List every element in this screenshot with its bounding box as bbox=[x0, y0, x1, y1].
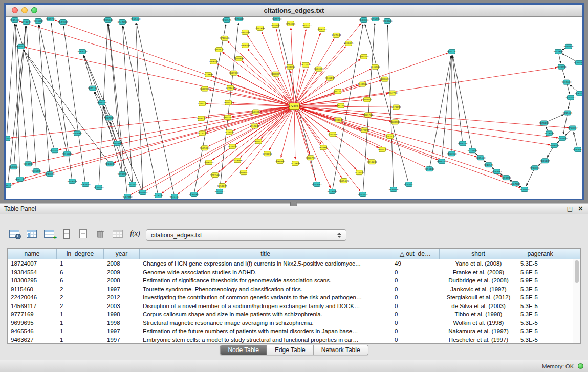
column-header-title[interactable]: title bbox=[140, 249, 391, 259]
network-node[interactable]: 9087359 bbox=[104, 116, 114, 120]
network-node[interactable]: 9547804 bbox=[58, 19, 68, 24]
network-node[interactable]: 9311683 bbox=[312, 182, 322, 187]
network-node[interactable]: 9527804 bbox=[9, 165, 19, 169]
float-panel-icon[interactable]: ◳ bbox=[567, 205, 573, 213]
network-node[interactable]: 1967788 bbox=[388, 91, 398, 95]
table-row[interactable]: 1872400712008Changes of HCN gene express… bbox=[8, 259, 580, 268]
network-node[interactable]: 1916233 bbox=[317, 27, 327, 31]
network-node[interactable]: 1681900 bbox=[229, 71, 239, 75]
network-node[interactable]: 9703026 bbox=[383, 18, 393, 23]
column-header-out_de[interactable]: △out_de… bbox=[391, 249, 440, 259]
column-header-pagerank[interactable]: pagerank bbox=[517, 249, 563, 259]
network-node[interactable]: 9499794 bbox=[6, 183, 13, 188]
network-node[interactable]: 1914233 bbox=[198, 131, 207, 136]
network-node[interactable]: 9263571 bbox=[222, 17, 232, 22]
network-node[interactable]: 9635916 bbox=[389, 187, 399, 192]
table-row[interactable]: 946554611997Estimation of the future num… bbox=[8, 327, 580, 336]
window-close-button[interactable] bbox=[12, 7, 18, 13]
network-node[interactable]: 1526344 bbox=[225, 130, 234, 135]
network-node[interactable]: 1801122 bbox=[254, 139, 264, 144]
table-row[interactable]: 2242004622012Investigating the contribut… bbox=[8, 293, 580, 302]
network-node[interactable]: 1913233 bbox=[367, 160, 377, 164]
network-node[interactable]: 9351682 bbox=[492, 169, 502, 174]
network-node[interactable]: 1633445 bbox=[334, 118, 343, 122]
split-drag-handle[interactable] bbox=[290, 202, 297, 206]
network-node[interactable]: 1634455 bbox=[359, 54, 369, 59]
show-columns-icon[interactable] bbox=[25, 227, 39, 241]
table-row[interactable]: 969969511998Structural magnetic resonanc… bbox=[8, 319, 580, 327]
network-node[interactable]: 1527344 bbox=[332, 33, 341, 37]
network-node[interactable]: 9939248 bbox=[103, 17, 113, 22]
network-node[interactable]: 9331682 bbox=[34, 18, 43, 23]
network-node[interactable]: 9655915 bbox=[16, 44, 26, 49]
network-node[interactable]: 9331683 bbox=[562, 80, 572, 84]
tab-edge-table[interactable]: Edge Table bbox=[267, 345, 314, 355]
scrollbar-thumb[interactable] bbox=[575, 260, 579, 283]
network-node[interactable]: 1859677 bbox=[239, 170, 249, 175]
network-node[interactable]: 1744556 bbox=[328, 132, 338, 137]
network-node[interactable]: 1637455 bbox=[228, 144, 237, 149]
network-node[interactable]: 9811137 bbox=[447, 49, 457, 54]
column-header-in_degree[interactable]: in_degree bbox=[57, 249, 104, 259]
network-node[interactable]: 1571899 bbox=[255, 26, 265, 30]
network-node[interactable]: 1793011 bbox=[226, 85, 235, 90]
network-node[interactable]: 9547805 bbox=[554, 49, 563, 54]
network-node[interactable]: 9419793 bbox=[24, 162, 33, 166]
network-node[interactable]: 1811223 bbox=[333, 89, 343, 94]
network-canvas[interactable]: 1724047183002919384551872400165438717451… bbox=[6, 17, 582, 199]
network-node[interactable]: 1523344 bbox=[251, 110, 261, 114]
network-node[interactable]: 1961788 bbox=[363, 113, 373, 117]
network-node[interactable]: 1688990 bbox=[275, 159, 285, 164]
network-node[interactable]: 9635915 bbox=[32, 169, 41, 173]
network-node[interactable]: 1804122 bbox=[224, 100, 233, 105]
network-node[interactable]: 1680900 bbox=[200, 86, 210, 91]
network-node[interactable]: 9743027 bbox=[404, 182, 414, 187]
network-node[interactable]: 9959249 bbox=[437, 159, 447, 164]
network-node[interactable]: 9675915 bbox=[520, 187, 530, 192]
network-node[interactable]: 1745112 bbox=[325, 76, 335, 80]
network-node[interactable]: 9243571 bbox=[484, 163, 494, 167]
network-node[interactable]: 1794011 bbox=[286, 21, 296, 26]
table-mode-icon[interactable] bbox=[7, 227, 21, 241]
network-node[interactable]: 1968788 bbox=[209, 59, 219, 64]
network-node[interactable]: 9871138 bbox=[539, 121, 549, 125]
network-node[interactable]: 9223571 bbox=[21, 19, 31, 24]
window-minimize-button[interactable] bbox=[21, 7, 28, 13]
network-node[interactable]: 1850677 bbox=[362, 97, 372, 102]
network-node[interactable]: 9479793 bbox=[272, 17, 282, 21]
network-node[interactable]: 1654387 bbox=[314, 67, 324, 71]
close-panel-icon[interactable]: × bbox=[578, 204, 583, 214]
network-node[interactable]: 9283571 bbox=[105, 162, 115, 166]
network-node[interactable]: 1802122 bbox=[378, 147, 387, 152]
network-node[interactable]: 9175460 bbox=[94, 185, 104, 190]
network-node[interactable]: 9203572 bbox=[215, 189, 225, 194]
new-document-icon[interactable] bbox=[76, 227, 90, 241]
network-node[interactable]: 1578899 bbox=[391, 105, 401, 110]
network-node[interactable]: 9999248 bbox=[550, 143, 559, 148]
network-node[interactable]: 9783026 bbox=[530, 166, 540, 170]
network-node[interactable]: 1689900 bbox=[390, 120, 400, 124]
network-node[interactable]: 9567804 bbox=[511, 182, 520, 186]
vertical-scrollbar[interactable] bbox=[573, 259, 580, 343]
network-node[interactable]: 9047359 bbox=[118, 19, 127, 24]
table-row[interactable]: 946362711997Embryonic stem cells: a mode… bbox=[8, 336, 580, 344]
network-node[interactable]: 9223572 bbox=[566, 95, 576, 100]
network-node[interactable]: 9115461 bbox=[563, 111, 573, 115]
network-node[interactable]: 9175461 bbox=[574, 60, 582, 65]
network-node[interactable]: 9695915 bbox=[371, 17, 380, 21]
network-node[interactable]: 1572899 bbox=[360, 128, 369, 133]
window-titlebar[interactable]: citations_edges.txt bbox=[6, 5, 582, 17]
network-node[interactable]: 9067360 bbox=[447, 151, 457, 156]
network-node[interactable]: 1966778 bbox=[306, 156, 316, 160]
network-node[interactable]: 1791011 bbox=[385, 134, 395, 139]
network-node[interactable]: 9067359 bbox=[81, 182, 91, 187]
network-node[interactable]: 9763026 bbox=[78, 49, 88, 54]
network-node[interactable]: 9371682 bbox=[234, 17, 244, 21]
network-node[interactable]: 9527805 bbox=[358, 192, 368, 197]
network-node[interactable]: 9763027 bbox=[568, 126, 578, 130]
network-node[interactable]: 1570899 bbox=[234, 56, 244, 61]
network-node[interactable]: 9115460 bbox=[10, 17, 20, 22]
network-node[interactable]: 1805122 bbox=[302, 23, 312, 27]
network-node[interactable]: 1857677 bbox=[214, 47, 224, 52]
network-node[interactable]: 1638455 bbox=[344, 41, 354, 46]
